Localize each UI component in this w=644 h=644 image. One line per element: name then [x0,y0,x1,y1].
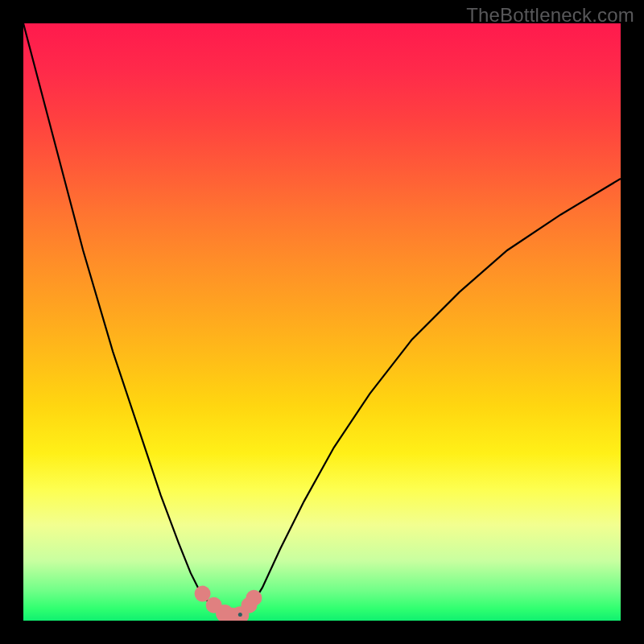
watermark: TheBottleneck.com [466,4,634,27]
plot-area [23,23,621,621]
markers-group [195,586,262,621]
accent-dot [238,613,242,617]
left-upper-dot [195,586,211,602]
markers-svg [23,23,621,621]
right-dot-2 [246,590,262,606]
